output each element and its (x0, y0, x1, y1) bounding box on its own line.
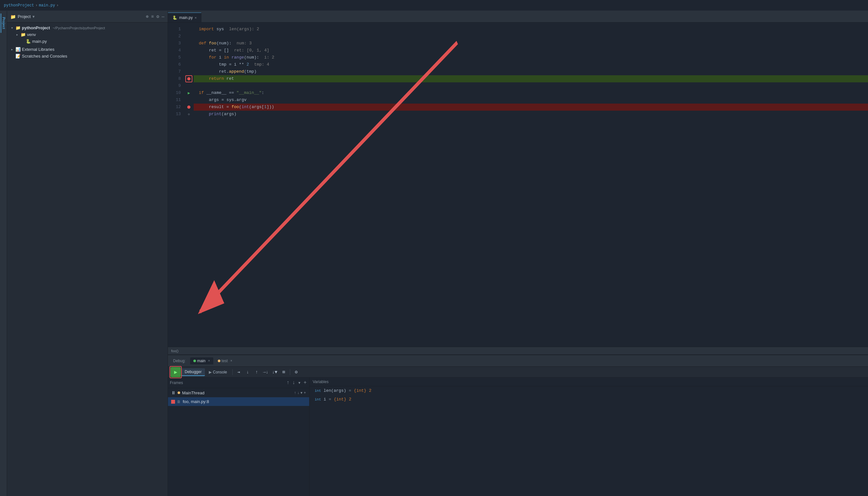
gutter-line-3 (184, 40, 194, 47)
gutter-line-8[interactable] (184, 75, 194, 82)
lib-icon: 📊 (15, 47, 20, 52)
editor-tab-main[interactable]: 🐍 main.py × (168, 13, 201, 22)
tree-arrow-venv (15, 32, 19, 37)
gutter-line-1 (184, 26, 194, 33)
tree-venv[interactable]: 📁 venv (7, 31, 168, 38)
debug-toolbar: ▶ Debugger ▶ Console ⇥ ↓ ↑ →↓ ↓▼ ⊞ ⚙ (168, 367, 868, 378)
session-test-close[interactable]: × (230, 359, 232, 362)
thread-dot (177, 391, 180, 394)
tree-project-root[interactable]: 📁 pythonProject ~/PycharmProjects/python… (7, 25, 168, 31)
debugger-tab-label: Debugger (185, 370, 202, 374)
frame-foo[interactable]: 🗎 foo, main.py:8 (168, 397, 309, 406)
variable-i[interactable]: int i = {int} 2 (310, 395, 868, 404)
frame-thread-select-btn[interactable]: ▾ (297, 379, 302, 387)
project-root-name: pythonProject (22, 26, 50, 30)
thread-down-btn[interactable]: ↓ (297, 390, 299, 395)
run-to-cursor-btn[interactable]: →↓ (262, 368, 270, 376)
tab-filename: main.py (179, 15, 193, 20)
breadcrumb-sep1: › (35, 3, 37, 8)
tool-strip: Project (0, 11, 7, 496)
folder-icon: 📁 (10, 14, 16, 19)
project-tree: 📁 pythonProject ~/PycharmProjects/python… (7, 22, 168, 496)
code-line-1: import sys len(args): 2 (194, 26, 868, 33)
step-into-mine-btn[interactable]: ↓▼ (270, 368, 279, 376)
debug-session-test[interactable]: test × (215, 357, 235, 365)
project-root-path: ~/PycharmProjects/pythonProject (52, 26, 105, 30)
session-test-name: test (222, 359, 228, 363)
thread-up-btn[interactable]: ↑ (294, 390, 296, 395)
debug-resume-btn[interactable]: ▶ (171, 367, 181, 377)
var-eq-2: = (329, 397, 331, 402)
debug-session-main[interactable]: main × (190, 357, 213, 365)
thread-main[interactable]: ⏸ MainThread ↑ ↓ ▾ + (168, 388, 309, 397)
step-into-btn[interactable]: ↓ (244, 368, 252, 376)
step-over-btn[interactable]: ⇥ (234, 368, 243, 376)
debug-toolbar-sep1 (232, 369, 233, 375)
main-py-label: main.py (32, 39, 47, 44)
external-libs-label: External Libraries (22, 47, 55, 52)
variable-len-args[interactable]: int len(args) = {int} 2 (310, 386, 868, 395)
folder-icon-root: 📁 (15, 26, 20, 30)
collapse-btn[interactable]: ≡ (151, 14, 154, 19)
debug-content: Frames ↑ ↓ ▾ + ⏸ MainThread ↑ (168, 378, 868, 496)
step-out-btn[interactable]: ↑ (252, 368, 261, 376)
frames-header-label: Frames (170, 381, 285, 385)
panel-dropdown-arrow[interactable]: ▾ (32, 14, 35, 19)
frame-add-btn[interactable]: + (303, 379, 307, 386)
py-file-icon: 🐍 (26, 39, 31, 44)
thread-add-btn[interactable]: + (304, 390, 306, 395)
project-tool-btn[interactable]: Project (1, 14, 6, 33)
code-line-13: print(args) (194, 111, 868, 118)
frame-up-btn[interactable]: ↑ (286, 379, 291, 386)
debug-debugger-tab[interactable]: Debugger (182, 368, 205, 376)
var-name-1: len(args) (324, 388, 346, 393)
var-type-2: int (315, 398, 321, 401)
session-main-close[interactable]: × (208, 359, 210, 362)
var-val-1: {int} 2 (354, 388, 372, 393)
settings-panel-btn[interactable]: ⚙ (156, 14, 159, 19)
settings-debug-btn[interactable]: ⚙ (292, 368, 300, 376)
code-line-2 (194, 33, 868, 40)
editor-tab-bar: 🐍 main.py × (168, 11, 868, 22)
variables-panel: Variables int len(args) = {int} 2 int i … (310, 378, 868, 496)
panel-title[interactable]: 📁 Project ▾ (10, 14, 35, 19)
code-line-4: ret = [] ret: [0, 1, 4] (194, 47, 868, 54)
code-line-7: ret.append(tmp) (194, 68, 868, 75)
breadcrumb-sep2: › (56, 3, 59, 8)
code-line-3: def foo(num): num: 3 (194, 40, 868, 47)
breadcrumb-project[interactable]: pythonProject (4, 3, 34, 8)
code-content[interactable]: import sys len(args): 2 def foo(num): nu… (194, 22, 868, 347)
tree-scratches[interactable]: 📝 Scratches and Consoles (7, 53, 168, 60)
frame-down-btn[interactable]: ↓ (292, 379, 296, 386)
locate-btn[interactable]: ⊕ (146, 14, 148, 19)
tab-close-btn[interactable]: × (195, 16, 197, 20)
tree-external-libs[interactable]: 📊 External Libraries (7, 46, 168, 53)
tree-main-py[interactable]: 🐍 main.py (7, 38, 168, 45)
thread-controls: ↑ ↓ ▾ + (294, 390, 306, 395)
code-editor: 1 2 3 4 5 6 7 8 9 10 11 12 13 (168, 22, 868, 347)
var-eq-1: = (349, 388, 351, 393)
pause-btn[interactable]: ⏸ (171, 390, 176, 395)
var-type-1: int (315, 389, 321, 393)
frames-controls-row: Frames ↑ ↓ ▾ + (168, 378, 309, 388)
debug-console-tab[interactable]: ▶ Console (205, 369, 230, 376)
gutter-line-12[interactable] (184, 104, 194, 111)
gutter-line-4 (184, 47, 194, 54)
breadcrumb-bar: pythonProject › main.py › (0, 0, 868, 11)
evaluate-btn[interactable]: ⊞ (280, 368, 288, 376)
editor-area: 🐍 main.py × 1 2 3 4 5 6 7 8 9 10 11 12 1… (168, 11, 868, 496)
status-text: foo() (171, 349, 179, 353)
tree-arrow-extlibs (10, 47, 14, 52)
panel-header: 📁 Project ▾ ⊕ ≡ ⚙ — (7, 11, 168, 22)
gutter: ▶ ◇ (184, 22, 194, 347)
breadcrumb-file[interactable]: main.py (39, 3, 55, 8)
gutter-line-11 (184, 96, 194, 104)
close-panel-btn[interactable]: — (162, 14, 165, 19)
line-numbers: 1 2 3 4 5 6 7 8 9 10 11 12 13 (168, 22, 184, 347)
thread-dropdown-btn[interactable]: ▾ (300, 390, 303, 395)
project-panel: 📁 Project ▾ ⊕ ≡ ⚙ — 📁 pythonProject ~/Py… (7, 11, 168, 496)
gutter-line-10[interactable]: ▶ (184, 89, 194, 96)
code-line-12: result = foo(int(args[1])) (194, 104, 868, 111)
debug-toolbar-sep2 (290, 369, 290, 375)
main-layout: Project 📁 Project ▾ ⊕ ≡ ⚙ — 📁 pythonProj… (0, 11, 868, 496)
